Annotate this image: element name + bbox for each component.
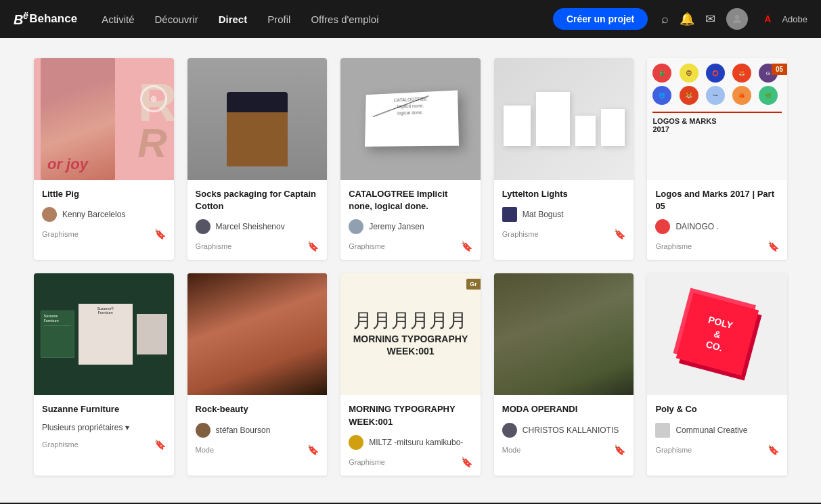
author-name-7: stéfan Bourson (216, 426, 271, 435)
bookmark-icon-3[interactable]: 🔖 (461, 241, 472, 252)
card-title-6: Suzanne Furniture (42, 403, 166, 415)
card-body-2: Socks packaging for Captain Cotton Marce… (187, 180, 328, 260)
dropdown-arrow-6[interactable]: ▾ (125, 423, 129, 432)
card-image-6: SuzanneFurniture Suzanne®Furniture (34, 273, 174, 395)
card-author-1: Kenny Barcelelos (42, 207, 166, 222)
bookmark-icon-1[interactable]: 🔖 (154, 229, 166, 239)
card-footer-2: Graphisme 🔖 (196, 241, 319, 252)
card-footer-1: Graphisme 🔖 (42, 229, 166, 239)
poly-shape: POLY&CO. (675, 293, 758, 375)
project-grid: R or joy ⊕ Little Pig Kenny Barcelelos G… (34, 58, 787, 476)
author-name-5: DAINOGO . (675, 222, 718, 231)
card-title-3: CATALOGTREE Implicit none, logical done. (349, 188, 472, 212)
author-name-6: Plusieurs propriétaires (42, 423, 123, 432)
project-card-5[interactable]: 🐉 🦁 ⭕ 🦊 G 🌐 🐯 〜 🦀 🌿 LOGOS & MARKS 2017 0… (647, 58, 787, 260)
card-footer-8: Graphisme 🔖 (349, 457, 472, 467)
card-title-2: Socks packaging for Captain Cotton (196, 188, 319, 212)
card-footer-9: Mode 🔖 (502, 444, 626, 455)
main-nav: Activité Découvrir Direct Profil Offres … (102, 14, 553, 25)
project-card-9[interactable]: MODA OPERANDI CHRISTOS KALLANIOTIS Mode … (494, 273, 634, 475)
card-body-4: Lyttelton Lights Mat Bogust Graphisme 🔖 (494, 180, 634, 248)
card-footer-6: Graphisme 🔖 (42, 439, 166, 450)
header-icons: ⌕ 🔔 ✉ A Adobe (661, 8, 807, 30)
create-project-button[interactable]: Créer un projet (553, 8, 648, 30)
author-avatar-4 (502, 207, 517, 222)
project-card-6[interactable]: SuzanneFurniture Suzanne®Furniture Suzan… (34, 273, 174, 475)
card-author-7: stéfan Bourson (196, 423, 319, 438)
nav-activite[interactable]: Activité (102, 14, 134, 25)
project-card-7[interactable]: Rock-beauty stéfan Bourson Mode 🔖 (187, 273, 328, 475)
author-avatar-10 (655, 423, 670, 438)
bookmark-icon-10[interactable]: 🔖 (768, 444, 779, 455)
project-card-8[interactable]: Gr 月月月月月月 MORNING TYPOGRAPHYWEEK:001 MOR… (340, 273, 481, 475)
author-name-4: Mat Bogust (523, 210, 564, 219)
card-category-3: Graphisme (349, 242, 385, 250)
card-title-5: Logos and Marks 2017 | Part 05 (655, 188, 779, 212)
notifications-icon[interactable]: 🔔 (680, 12, 694, 26)
card-category-7: Mode (196, 446, 215, 454)
bookmark-icon-6[interactable]: 🔖 (154, 439, 166, 450)
card-footer-4: Graphisme 🔖 (502, 229, 626, 239)
card-image-9 (494, 273, 634, 395)
author-avatar-2 (196, 219, 210, 234)
bookmark-icon-2[interactable]: 🔖 (307, 241, 319, 252)
card-author-5: DAINOGO . (655, 219, 779, 234)
bookmark-icon-7[interactable]: 🔖 (307, 444, 319, 455)
card-image-10: POLY&CO. (647, 273, 787, 395)
card-image-4 (494, 58, 634, 180)
card-body-5: Logos and Marks 2017 | Part 05 DAINOGO .… (647, 180, 787, 260)
card-title-9: MODA OPERANDI (502, 403, 626, 415)
card-author-2: Marcel Sheishenov (196, 219, 319, 234)
author-avatar-8 (349, 435, 363, 450)
avatar[interactable] (726, 8, 748, 30)
card-author-4: Mat Bogust (502, 207, 626, 222)
card-title-10: Poly & Co (655, 403, 779, 415)
card-category-10: Graphisme (655, 446, 692, 454)
card-body-9: MODA OPERANDI CHRISTOS KALLANIOTIS Mode … (494, 395, 634, 463)
logo[interactable]: Bë Behance (14, 10, 77, 28)
nav-offres[interactable]: Offres d'emploi (311, 14, 378, 25)
card-author-10: Communal Creative (655, 423, 779, 438)
card-body-6: Suzanne Furniture Plusieurs propriétaire… (34, 395, 174, 457)
card-body-7: Rock-beauty stéfan Bourson Mode 🔖 (187, 395, 328, 463)
card-body-3: CATALOGTREE Implicit none, logical done.… (340, 180, 481, 260)
project-card-10[interactable]: POLY&CO. Poly & Co Communal Creative Gra… (647, 273, 787, 475)
messages-icon[interactable]: ✉ (705, 12, 715, 26)
author-name-1: Kenny Barcelelos (62, 210, 125, 219)
bookmark-icon-5[interactable]: 🔖 (768, 241, 779, 252)
card-category-6: Graphisme (42, 440, 79, 449)
svg-point-0 (735, 15, 739, 19)
author-name-3: Jeremy Jansen (369, 222, 424, 231)
nav-direct[interactable]: Direct (219, 14, 248, 25)
search-icon[interactable]: ⌕ (661, 12, 669, 26)
nav-decouvrir[interactable]: Découvrir (154, 14, 198, 25)
nav-profil[interactable]: Profil (267, 14, 290, 25)
card-author-6: Plusieurs propriétaires ▾ (42, 423, 166, 432)
bookmark-icon-8[interactable]: 🔖 (461, 457, 472, 467)
card-footer-3: Graphisme 🔖 (349, 241, 472, 252)
project-card-2[interactable]: Socks packaging for Captain Cotton Marce… (187, 58, 328, 260)
author-name-9: CHRISTOS KALLANIOTIS (523, 426, 619, 435)
card-title-4: Lyttelton Lights (502, 188, 626, 200)
author-avatar-1 (42, 207, 57, 222)
bookmark-icon-4[interactable]: 🔖 (614, 229, 625, 239)
project-card-4[interactable]: Lyttelton Lights Mat Bogust Graphisme 🔖 (494, 58, 634, 260)
card-author-8: MILTZ -mitsuru kamikubo- (349, 435, 472, 450)
card-image-3: CATALOGTREEImplicit none,logical done. (340, 58, 481, 180)
bookmark-icon-9[interactable]: 🔖 (614, 444, 625, 455)
card-image-2 (187, 58, 328, 180)
project-card-1[interactable]: R or joy ⊕ Little Pig Kenny Barcelelos G… (34, 58, 174, 260)
card-title-8: MORNING TYPOGRAPHY WEEK:001 (349, 403, 472, 428)
card-title-1: Little Pig (42, 188, 166, 200)
card-image-8: Gr 月月月月月月 MORNING TYPOGRAPHYWEEK:001 (340, 273, 481, 395)
card-body-8: MORNING TYPOGRAPHY WEEK:001 MILTZ -mitsu… (340, 395, 481, 475)
adobe-icon: A (764, 14, 771, 24)
card-title-7: Rock-beauty (196, 403, 319, 415)
project-card-3[interactable]: CATALOGTREEImplicit none,logical done. C… (340, 58, 481, 260)
card-category-5: Graphisme (655, 242, 692, 250)
card-image-1: R or joy ⊕ (34, 58, 174, 180)
card-body-1: Little Pig Kenny Barcelelos Graphisme 🔖 (34, 180, 174, 248)
card-body-10: Poly & Co Communal Creative Graphisme 🔖 (647, 395, 787, 463)
card-category-2: Graphisme (196, 242, 232, 250)
card-author-3: Jeremy Jansen (349, 219, 472, 234)
